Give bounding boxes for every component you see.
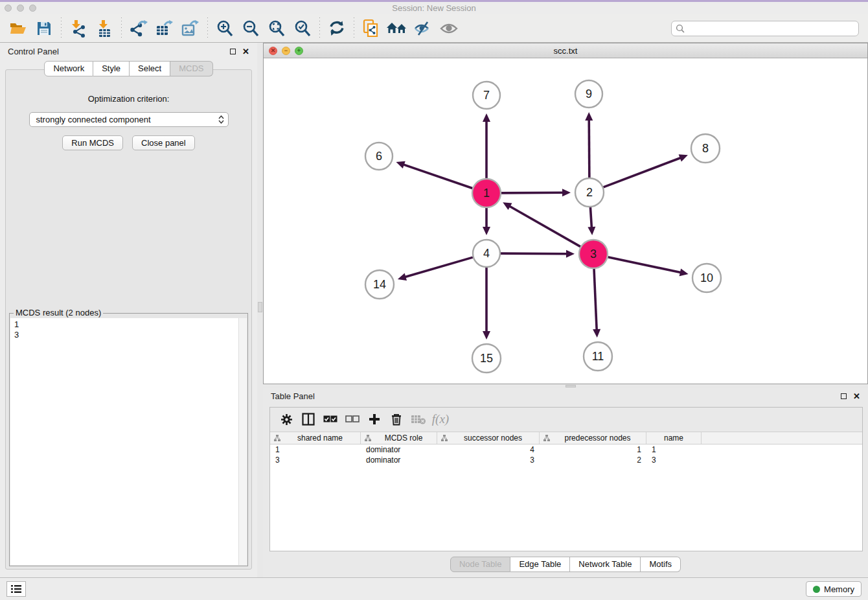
column-header-shared-name[interactable]: shared name [270, 432, 361, 444]
node-table[interactable]: shared nameMCDS rolesuccessor nodesprede… [270, 432, 862, 551]
network-window-titlebar[interactable]: ✕ − + scc.txt [264, 43, 867, 58]
table-row[interactable]: 1dominator411 [270, 444, 862, 455]
import-network-button[interactable] [65, 17, 91, 40]
close-panel-button[interactable]: Close panel [132, 135, 195, 150]
edge-2-8[interactable] [604, 154, 688, 187]
home-button[interactable] [384, 17, 410, 40]
network-minimize-button[interactable]: − [282, 47, 290, 55]
tab-style[interactable]: Style [93, 61, 130, 76]
vertical-splitter[interactable] [257, 43, 263, 577]
clone-network-button[interactable] [358, 17, 384, 40]
edge-4-15[interactable] [483, 268, 490, 340]
table-cell[interactable]: dominator [361, 455, 437, 465]
open-session-button[interactable] [5, 17, 31, 40]
node-11[interactable]: 11 [584, 342, 612, 371]
node-9[interactable]: 9 [575, 80, 602, 108]
table-cell[interactable]: 1 [646, 444, 702, 455]
table-row[interactable]: 3dominator323 [270, 455, 862, 465]
select-all-button[interactable] [321, 410, 340, 429]
search-input[interactable] [687, 24, 854, 33]
column-label: shared name [284, 433, 356, 443]
network-close-button[interactable]: ✕ [269, 47, 277, 55]
status-bar: Memory [0, 577, 868, 600]
node-3[interactable]: 3 [579, 240, 608, 268]
zoom-in-button[interactable] [212, 17, 238, 40]
import-table-button[interactable] [91, 17, 117, 40]
edge-3-11[interactable] [593, 269, 600, 338]
zoom-fit-button[interactable] [264, 17, 290, 40]
edge-1-2[interactable] [501, 189, 571, 196]
hide-panels-button[interactable] [410, 17, 436, 40]
criterion-select[interactable]: strongly connected component [29, 112, 229, 127]
column-header-name[interactable]: name [646, 432, 702, 444]
node-14[interactable]: 14 [365, 270, 394, 299]
tab-select[interactable]: Select [130, 61, 170, 76]
edge-1-4[interactable] [483, 208, 490, 235]
node-15[interactable]: 15 [472, 344, 501, 373]
tab-node-table[interactable]: Node Table [450, 557, 511, 572]
edge-4-3[interactable] [501, 250, 575, 258]
add-column-button[interactable] [365, 410, 384, 429]
table-cell[interactable]: 3 [270, 455, 361, 465]
network-canvas[interactable]: 7968124314101511 [264, 58, 867, 384]
task-history-button[interactable] [6, 581, 26, 597]
close-table-panel-icon[interactable]: ✕ [853, 393, 860, 399]
column-header-MCDS-role[interactable]: MCDS role [361, 432, 437, 444]
node-6[interactable]: 6 [365, 143, 393, 170]
memory-button[interactable]: Memory [806, 581, 862, 597]
column-layout-button[interactable] [299, 410, 318, 429]
table-cell[interactable]: dominator [361, 444, 437, 455]
show-panels-button[interactable] [436, 17, 462, 40]
save-session-button[interactable] [31, 17, 57, 40]
result-list-scrollbar[interactable] [238, 318, 247, 565]
node-8[interactable]: 8 [691, 134, 720, 163]
run-mcds-button[interactable]: Run MCDS [62, 135, 123, 150]
edge-3-1[interactable] [503, 202, 580, 246]
deselect-all-button[interactable] [343, 410, 362, 429]
column-header-predecessor-nodes[interactable]: predecessor nodes [540, 432, 646, 444]
delete-column-button[interactable] [387, 410, 406, 429]
tab-network-table[interactable]: Network Table [570, 557, 641, 572]
edge-2-9[interactable] [585, 112, 593, 178]
table-cell[interactable]: 1 [540, 444, 646, 455]
table-panel: Table Panel ✕ [263, 388, 868, 577]
export-network-button[interactable] [126, 17, 152, 40]
table-cell[interactable]: 3 [437, 455, 540, 465]
column-header-successor-nodes[interactable]: successor nodes [437, 432, 540, 444]
export-table-button[interactable] [152, 17, 177, 40]
node-4[interactable]: 4 [473, 240, 500, 267]
tab-mcds[interactable]: MCDS [170, 61, 212, 76]
horizontal-splitter[interactable] [263, 384, 868, 388]
splitter-grip[interactable] [258, 302, 262, 312]
table-cell[interactable]: 2 [540, 455, 646, 465]
table-settings-button[interactable] [277, 410, 296, 429]
edge-3-10[interactable] [608, 257, 689, 276]
edge-1-6[interactable] [396, 161, 472, 189]
network-maximize-button[interactable]: + [295, 47, 303, 55]
splitter-grip[interactable] [565, 385, 576, 387]
float-table-panel-icon[interactable] [841, 393, 847, 399]
node-2[interactable]: 2 [575, 178, 604, 207]
export-image-button[interactable] [177, 17, 203, 40]
node-7[interactable]: 7 [473, 82, 500, 109]
workspace: ✕ − + scc.txt 7968124314101511 Table Pan… [263, 43, 868, 577]
apply-layout-button[interactable] [324, 17, 350, 40]
float-panel-icon[interactable] [230, 49, 236, 54]
tab-edge-table[interactable]: Edge Table [510, 557, 570, 572]
table-cell[interactable]: 3 [646, 455, 702, 465]
node-1[interactable]: 1 [472, 179, 501, 207]
mcds-result-list[interactable]: 13 [10, 318, 247, 565]
table-cell[interactable]: 4 [437, 444, 540, 455]
tab-network[interactable]: Network [44, 61, 93, 76]
mcds-result-item[interactable]: 3 [14, 330, 247, 340]
tab-motifs[interactable]: Motifs [641, 557, 681, 572]
table-cell[interactable]: 1 [270, 444, 361, 455]
mcds-result-item[interactable]: 1 [14, 319, 247, 330]
edge-2-3[interactable] [588, 207, 595, 235]
zoom-out-button[interactable] [238, 17, 264, 40]
close-panel-icon[interactable]: ✕ [242, 49, 249, 54]
edge-4-14[interactable] [398, 257, 473, 281]
zoom-selected-button[interactable] [290, 17, 315, 40]
edge-1-7[interactable] [483, 113, 490, 178]
node-10[interactable]: 10 [692, 264, 721, 292]
